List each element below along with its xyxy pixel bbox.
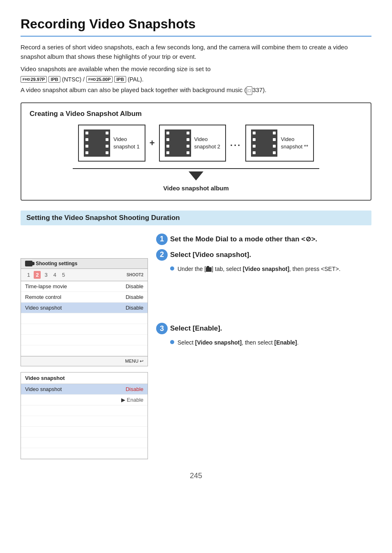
menu-tab-4[interactable]: 4	[51, 271, 58, 279]
menu-shoot-label: SHOOT2	[127, 273, 143, 277]
album-creation-box: Creating a Video Snapshot Album Videosna…	[21, 102, 371, 201]
step2-heading: 2 Select [Video snapshot].	[156, 249, 371, 261]
step3-number: 3	[156, 323, 168, 334]
video-card-2: Videosnapshot 2	[159, 125, 226, 162]
submenu-empty-4	[21, 437, 148, 448]
menu-row-remote: Remote control Disable	[21, 292, 148, 303]
film-strip-icon-1	[84, 130, 110, 157]
menu-row-video-snapshot: Video snapshot Disable	[21, 303, 148, 313]
badge-ipb-1: IPB	[48, 76, 60, 83]
step3-body: Select [Video snapshot], then select [En…	[170, 338, 371, 347]
ntsc-label: (NTSC) /	[62, 76, 85, 83]
video-card-2-label: Videosnapshot 2	[194, 136, 221, 150]
intro-para-1: Record a series of short video snapshots…	[21, 42, 371, 62]
step2-number: 2	[156, 249, 168, 261]
menu-tab-1[interactable]: 1	[25, 271, 32, 279]
menu-tab-5[interactable]: 5	[60, 271, 67, 279]
step3-bullet: Select [Video snapshot], then select [En…	[170, 338, 371, 347]
music-text: A video snapshot album can also be playe…	[21, 85, 371, 95]
video-card-3: Videosnapshot **	[245, 125, 314, 162]
badge-row-ntsc: FHD29.97P IPB (NTSC) / FHD25.00P IPB (PA…	[21, 76, 371, 83]
plus-operator: +	[150, 138, 155, 148]
book-ref-icon: □	[247, 86, 253, 95]
step2-body: Under the [] tab, select [Video snapshot…	[170, 265, 371, 274]
menu-tab-2[interactable]: 2	[34, 271, 41, 279]
submenu-empty-rows	[21, 405, 148, 459]
camera-icon	[25, 261, 32, 266]
album-box-title: Creating a Video Snapshot Album	[30, 110, 362, 118]
page-number: 245	[21, 472, 371, 480]
badge-fhd-2: FHD25.00P	[86, 76, 113, 83]
film-strip-icon-3	[251, 130, 277, 157]
submenu-ui-step3: Video snapshot Video snapshot Disable ▶E…	[21, 372, 148, 459]
arrow-down-icon	[189, 171, 203, 180]
album-label: Video snapshot album	[163, 185, 229, 192]
steps-left-column: Shooting settings 1 2 3 4 5 SHOOT2 Time-…	[21, 234, 148, 459]
menu-empty-row-1	[21, 313, 148, 324]
submenu-row-enable[interactable]: ▶Enable	[21, 395, 148, 405]
menu-empty-row-3	[21, 335, 148, 345]
album-connector-line	[73, 168, 319, 169]
bullet-dot-1	[170, 266, 174, 271]
camera-bracket-icon	[206, 267, 212, 272]
menu-tab-3[interactable]: 3	[42, 271, 49, 279]
steps-right-column: 1 Set the Mode Dial to a mode other than…	[156, 234, 371, 459]
submenu-empty-2	[21, 416, 148, 427]
menu-back-button[interactable]: MENU ↩	[125, 359, 143, 364]
menu-header-label: Shooting settings	[36, 261, 77, 266]
bullet-dot-2	[170, 340, 174, 344]
menu-row-timelapse: Time-lapse movie Disable	[21, 281, 148, 292]
page-title: Recording Video Snapshots	[21, 16, 371, 32]
steps-area: Shooting settings 1 2 3 4 5 SHOOT2 Time-…	[21, 234, 371, 459]
submenu-row-video-snapshot: Video snapshot Disable	[21, 384, 148, 395]
badge-fhd-1: FHD29.97P	[21, 76, 47, 83]
submenu-empty-5	[21, 448, 148, 459]
submenu-empty-3	[21, 427, 148, 437]
menu-footer: MENU ↩	[21, 356, 148, 366]
video-card-1: Videosnapshot 1	[78, 125, 145, 162]
film-strip-icon-2	[165, 130, 191, 157]
step1-number: 1	[156, 234, 168, 245]
album-diagram: Videosnapshot 1 + Videosnapshot 2	[30, 125, 362, 162]
menu-empty-rows	[21, 313, 148, 356]
step2-bullet: Under the [] tab, select [Video snapshot…	[170, 265, 371, 274]
video-card-1-label: Videosnapshot 1	[113, 136, 140, 150]
menu-ui-step2: Shooting settings 1 2 3 4 5 SHOOT2 Time-…	[21, 258, 148, 366]
video-card-3-label: Videosnapshot **	[281, 136, 308, 150]
menu-header: Shooting settings	[21, 259, 148, 269]
menu-tabs-row: 1 2 3 4 5 SHOOT2	[21, 269, 148, 281]
badge-ipb-2: IPB	[114, 76, 126, 83]
menu-empty-row-2	[21, 324, 148, 335]
album-arrow-row: Video snapshot album	[30, 168, 362, 192]
pal-label: (PAL).	[128, 76, 144, 83]
dots-operator: ...	[230, 138, 241, 148]
intro-para-2: Video snapshots are available when the m…	[21, 64, 371, 74]
section2-heading: Setting the Video Snapshot Shooting Dura…	[21, 211, 371, 225]
step3-heading: 3 Select [Enable].	[156, 323, 371, 334]
step1-heading: 1 Set the Mode Dial to a mode other than…	[156, 234, 371, 245]
submenu-empty-1	[21, 405, 148, 416]
submenu-header: Video snapshot	[21, 373, 148, 384]
menu-empty-row-4	[21, 345, 148, 356]
